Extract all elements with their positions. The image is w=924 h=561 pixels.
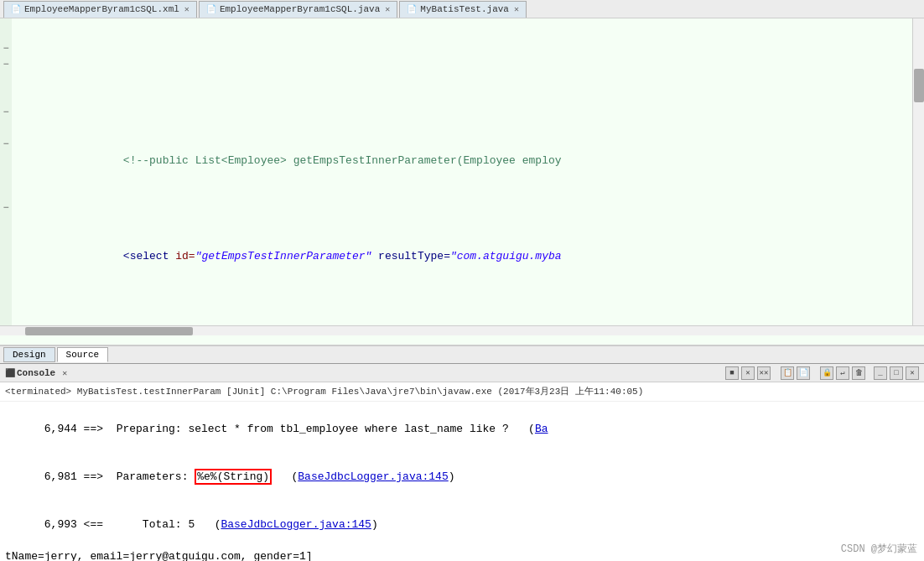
tab-java2[interactable]: 📄 MyBatisTest.java ✕ xyxy=(399,1,527,18)
tab-source[interactable]: Source xyxy=(57,347,109,362)
code-content[interactable]: <!--public List<Employee> getEmpsTestInn… xyxy=(12,18,912,325)
editor-hscroll-thumb[interactable] xyxy=(25,327,193,335)
console-paste-btn[interactable]: 📄 xyxy=(797,366,810,380)
console-icon: ⬛ xyxy=(5,368,15,378)
tab-source-label: Source xyxy=(66,350,100,360)
watermark: CSDN @梦幻蒙蓝 xyxy=(841,542,917,558)
console-x-icon: ✕ xyxy=(62,368,67,378)
editor-vscrollbar[interactable] xyxy=(912,18,924,325)
code-line-2: <!--public List<Employee> getEmpsTestInn… xyxy=(18,137,912,184)
tab-xml[interactable]: 📄 EmployeeMapperByram1cSQL.xml ✕ xyxy=(3,1,197,18)
console-header: ⬛ Console ✕ ■ ✕ ✕✕ 📋 📄 🔒 ↵ 🗑 _ □ ✕ xyxy=(0,364,924,382)
tab-xml-close[interactable]: ✕ xyxy=(184,4,189,14)
tab-design[interactable]: Design xyxy=(3,347,55,362)
console-link-3[interactable]: BaseJdbcLogger.java:145 xyxy=(221,518,371,531)
console-clear-btn[interactable]: 🗑 xyxy=(852,366,865,380)
console-copy-btn[interactable]: 📋 xyxy=(781,366,794,380)
console-toolbar: ■ ✕ ✕✕ 📋 📄 🔒 ↵ 🗑 _ □ ✕ xyxy=(725,366,919,380)
console-subtitle-text: <terminated> MyBatisTest.testInnerParam … xyxy=(5,387,643,397)
tab-xml-label: EmployeeMapperByram1cSQL.xml xyxy=(24,4,179,14)
tab-java1-close[interactable]: ✕ xyxy=(385,4,390,14)
java-file-icon-2: 📄 xyxy=(407,4,417,14)
console-link-2[interactable]: BaseJdbcLogger.java:145 xyxy=(298,470,448,483)
console-output[interactable]: 6,944 ==> Preparing: select * from tbl_e… xyxy=(0,402,924,561)
tab-java2-label: MyBatisTest.java xyxy=(420,4,509,14)
code-gutter: − − − − − xyxy=(0,18,12,325)
code-editor: − − − − − xyxy=(0,18,924,345)
console-terminate-btn[interactable]: ✕ xyxy=(741,366,755,380)
console-panel: ⬛ Console ✕ ■ ✕ ✕✕ 📋 📄 🔒 ↵ 🗑 _ □ ✕ <term… xyxy=(0,364,924,561)
console-link-1[interactable]: Ba xyxy=(535,423,548,435)
code-line-3: <select id="getEmpsTestInnerParameter" r… xyxy=(18,232,912,280)
console-subtitle: <terminated> MyBatisTest.testInnerParam … xyxy=(0,382,924,402)
tab-design-label: Design xyxy=(13,350,46,360)
code-line-1 xyxy=(18,73,912,89)
console-maximize-btn[interactable]: □ xyxy=(890,366,903,380)
console-word-wrap-btn[interactable]: ↵ xyxy=(836,366,849,380)
console-line-4: tName=jerry, email=jerry@atguigu.com, ge… xyxy=(5,548,919,561)
editor-vscroll-thumb[interactable] xyxy=(914,69,924,102)
xml-file-icon: 📄 xyxy=(11,4,21,14)
console-title-label: Console xyxy=(17,368,55,378)
console-param-highlight: %e%(String) xyxy=(195,469,272,485)
tab-java2-close[interactable]: ✕ xyxy=(514,4,519,14)
console-terminate2-btn[interactable]: ✕✕ xyxy=(757,366,771,380)
tab-java1[interactable]: 📄 EmployeeMapperByram1cSQL.java ✕ xyxy=(199,1,397,18)
console-line-2: 6,981 ==> Parameters: %e%(String) (BaseJ… xyxy=(5,453,919,501)
editor-tabs: 📄 EmployeeMapperByram1cSQL.xml ✕ 📄 Emplo… xyxy=(0,0,924,18)
console-close-btn[interactable]: ✕ xyxy=(906,366,919,380)
console-line-1: 6,944 ==> Preparing: select * from tbl_e… xyxy=(5,405,919,453)
console-minimize-btn[interactable]: _ xyxy=(874,366,887,380)
editor-hscrollbar[interactable] xyxy=(0,325,924,335)
view-tabs: Design Source xyxy=(0,345,924,364)
tab-java1-label: EmployeeMapperByram1cSQL.java xyxy=(220,4,380,14)
java-file-icon-1: 📄 xyxy=(206,4,216,14)
console-stop-btn[interactable]: ■ xyxy=(725,366,739,380)
console-scroll-lock-btn[interactable]: 🔒 xyxy=(820,366,833,380)
console-line-3: 6,993 <== Total: 5 (BaseJdbcLogger.java:… xyxy=(5,501,919,548)
